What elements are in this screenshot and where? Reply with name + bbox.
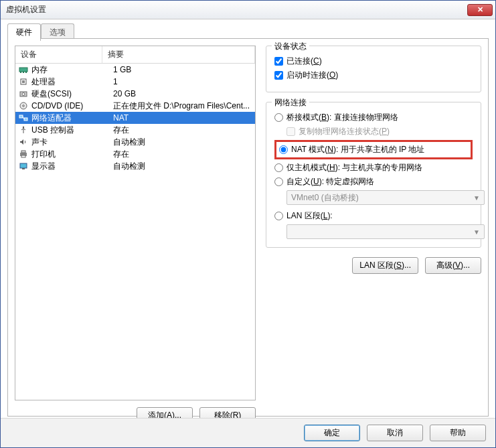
list-item-printer[interactable]: 打印机存在: [15, 148, 255, 160]
list-item-usb[interactable]: USB 控制器存在: [15, 124, 255, 136]
svg-point-7: [22, 93, 25, 96]
connect-at-poweron-checkbox[interactable]: 启动时连接(O): [274, 70, 473, 81]
device-summary: 1 GB: [113, 65, 252, 74]
device-label: USB 控制器: [31, 125, 113, 136]
lansegment-combo: ▼: [286, 224, 485, 239]
device-summary: 自动检测: [113, 161, 252, 172]
lansegment-radio-input[interactable]: [274, 212, 283, 220]
tab-hardware[interactable]: 硬件: [7, 23, 41, 41]
svg-point-9: [23, 105, 25, 107]
custom-radio-input[interactable]: [274, 177, 283, 186]
device-summary: 存在: [113, 125, 252, 136]
list-item-memory[interactable]: 内存1 GB: [15, 64, 255, 76]
nat-radio[interactable]: NAT 模式(N): 用于共享主机的 IP 地址: [279, 144, 467, 155]
list-item-network[interactable]: 网络适配器NAT: [15, 112, 255, 124]
svg-rect-17: [22, 168, 25, 169]
connect-at-poweron-input[interactable]: [274, 71, 283, 80]
tab-panel: 设备 摘要 内存1 GB 处理器1 硬盘(SCSI)20 GB: [7, 38, 489, 417]
vm-settings-window: 虚拟机设置 ✕ 硬件 选项 设备 摘要 内存1 GB: [0, 0, 496, 448]
svg-point-12: [23, 127, 24, 128]
connected-checkbox[interactable]: 已连接(C): [274, 56, 473, 67]
device-label: 声卡: [31, 137, 113, 148]
titlebar: 虚拟机设置 ✕: [1, 1, 495, 19]
custom-radio[interactable]: 自定义(U): 特定虚拟网络: [274, 176, 473, 188]
advanced-button[interactable]: 高级(V)...: [425, 257, 481, 274]
device-state-group: 设备状态 已连接(C) 启动时连接(O): [266, 46, 481, 92]
column-header-summary[interactable]: 摘要: [102, 46, 255, 63]
device-details: 设备状态 已连接(C) 启动时连接(O) 网络连接 桥接模式(B): 直接连接物: [266, 46, 481, 274]
ok-button[interactable]: 确定: [304, 425, 360, 441]
chevron-down-icon: ▼: [473, 194, 480, 202]
lan-segments-button[interactable]: LAN 区段(S)...: [352, 257, 418, 274]
network-icon: [18, 113, 29, 123]
device-label: 打印机: [31, 149, 113, 160]
device-summary: 正在使用文件 D:\Program Files\Cent...: [113, 100, 252, 112]
device-summary: 1: [113, 77, 252, 86]
device-label: 网络适配器: [31, 113, 113, 124]
device-list[interactable]: 设备 摘要 内存1 GB 处理器1 硬盘(SCSI)20 GB: [15, 46, 256, 400]
lansegment-radio[interactable]: LAN 区段(L):: [274, 210, 473, 222]
svg-rect-10: [19, 115, 23, 118]
svg-rect-15: [21, 155, 25, 157]
list-item-cddvd[interactable]: CD/DVD (IDE)正在使用文件 D:\Program Files\Cent…: [15, 100, 255, 112]
list-item-hdd[interactable]: 硬盘(SCSI)20 GB: [15, 88, 255, 100]
replicate-physical-checkbox: 复制物理网络连接状态(P): [286, 126, 473, 137]
device-label: 显示器: [31, 161, 113, 172]
custom-vmnet-combo: VMnet0 (自动桥接) ▼: [286, 190, 485, 205]
replicate-physical-input: [286, 127, 295, 136]
display-icon: [18, 161, 29, 171]
usb-icon: [18, 125, 29, 135]
device-label: 处理器: [31, 76, 113, 88]
list-item-sound[interactable]: 声卡自动检测: [15, 136, 255, 148]
disk-icon: [18, 89, 29, 98]
svg-rect-14: [21, 151, 25, 153]
device-list-column: 设备 摘要 内存1 GB 处理器1 硬盘(SCSI)20 GB: [15, 46, 256, 409]
custom-vmnet-value: VMnet0 (自动桥接): [291, 192, 359, 204]
svg-rect-5: [22, 80, 25, 83]
nat-radio-input[interactable]: [279, 145, 288, 154]
hostonly-radio-input[interactable]: [274, 163, 283, 172]
svg-rect-0: [19, 68, 27, 72]
device-summary: 20 GB: [113, 89, 252, 98]
sound-icon: [18, 137, 29, 147]
device-list-header: 设备 摘要: [15, 46, 255, 64]
device-summary: NAT: [113, 113, 252, 123]
cpu-icon: [18, 77, 29, 86]
device-summary: 自动检测: [113, 137, 252, 148]
hostonly-radio[interactable]: 仅主机模式(H): 与主机共享的专用网络: [274, 162, 473, 173]
device-label: CD/DVD (IDE): [31, 101, 113, 110]
svg-rect-11: [24, 118, 27, 121]
printer-icon: [18, 149, 29, 159]
list-item-display[interactable]: 显示器自动检测: [15, 160, 255, 172]
window-title: 虚拟机设置: [6, 4, 46, 15]
bridged-radio-input[interactable]: [274, 113, 283, 122]
close-button[interactable]: ✕: [467, 4, 493, 16]
dialog-footer: 确定 取消 帮助: [1, 418, 495, 447]
device-label: 硬盘(SCSI): [31, 88, 113, 100]
network-legend: 网络连接: [272, 97, 309, 108]
cancel-button[interactable]: 取消: [367, 425, 423, 441]
network-connection-group: 网络连接 桥接模式(B): 直接连接物理网络 复制物理网络连接状态(P) NAT…: [266, 102, 481, 248]
device-label: 内存: [31, 64, 113, 76]
bridged-radio[interactable]: 桥接模式(B): 直接连接物理网络: [274, 112, 473, 123]
device-state-legend: 设备状态: [272, 41, 309, 52]
connected-checkbox-input[interactable]: [274, 57, 283, 66]
memory-icon: [18, 65, 29, 74]
svg-rect-3: [25, 72, 27, 73]
svg-rect-16: [20, 163, 27, 168]
help-button[interactable]: 帮助: [430, 425, 486, 441]
device-summary: 存在: [113, 149, 252, 160]
chevron-down-icon: ▼: [473, 228, 480, 236]
svg-rect-1: [20, 72, 21, 73]
cd-icon: [18, 101, 29, 110]
nat-highlight: NAT 模式(N): 用于共享主机的 IP 地址: [274, 140, 473, 159]
list-item-cpu[interactable]: 处理器1: [15, 76, 255, 88]
close-icon: ✕: [477, 6, 483, 13]
svg-rect-2: [23, 72, 24, 73]
column-header-device[interactable]: 设备: [15, 46, 102, 63]
